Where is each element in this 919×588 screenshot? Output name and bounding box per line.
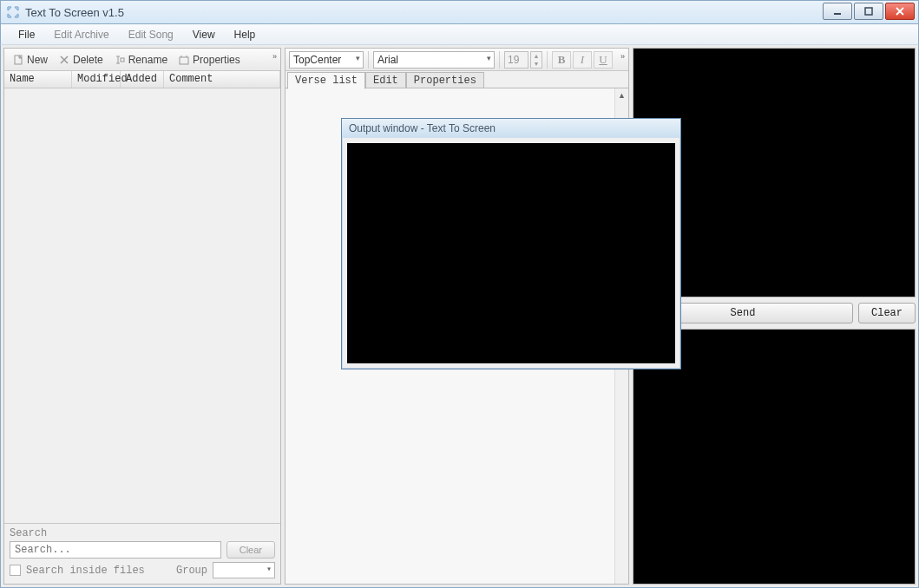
menu-view[interactable]: View [184, 26, 224, 43]
left-panel: New Delete Rename Properties » [3, 48, 281, 585]
spin-down-icon[interactable]: ▼ [531, 60, 542, 68]
delete-button[interactable]: Delete [54, 52, 108, 68]
separator [368, 51, 369, 69]
search-section: Search Clear Search inside files Group [4, 524, 280, 584]
col-name[interactable]: Name [4, 71, 72, 88]
window-controls [823, 3, 915, 20]
properties-button[interactable]: Properties [174, 52, 245, 68]
font-size-value: 19 [508, 54, 519, 66]
search-inside-label: Search inside files [26, 565, 145, 577]
output-window-body [347, 143, 675, 363]
menu-help[interactable]: Help [226, 26, 265, 43]
properties-label: Properties [193, 54, 240, 66]
new-button[interactable]: New [8, 52, 52, 68]
properties-icon [178, 54, 190, 66]
rename-icon [114, 54, 126, 66]
group-dropdown[interactable] [213, 562, 275, 578]
output-window[interactable]: Output window - Text To Screen [341, 118, 681, 369]
menu-bar: File Edit Archive Edit Song View Help [0, 24, 919, 45]
close-button[interactable] [885, 3, 915, 20]
song-list[interactable] [4, 88, 280, 524]
mid-tabs: Verse list Edit Properties [286, 71, 628, 88]
delete-label: Delete [73, 54, 103, 66]
separator [499, 51, 500, 69]
overflow-chevron-icon[interactable]: » [272, 52, 277, 61]
menu-edit-song[interactable]: Edit Song [120, 26, 182, 43]
underline-button[interactable]: U [594, 51, 613, 69]
font-size-stepper[interactable]: ▲ ▼ [530, 51, 542, 69]
tab-edit[interactable]: Edit [365, 72, 406, 89]
list-header: Name Modified Added Comment [4, 71, 280, 88]
spin-up-icon[interactable]: ▲ [531, 52, 542, 60]
group-label: Group [176, 565, 207, 577]
menu-edit-archive[interactable]: Edit Archive [45, 26, 117, 43]
search-clear-button[interactable]: Clear [226, 541, 275, 559]
separator [547, 51, 548, 69]
search-input[interactable] [10, 541, 221, 559]
alignment-dropdown[interactable]: TopCenter [289, 51, 364, 69]
title-bar: Text To Screen v1.5 [0, 0, 919, 24]
alignment-value: TopCenter [293, 54, 341, 66]
bold-button[interactable]: B [552, 51, 571, 69]
clear-button[interactable]: Clear [858, 303, 916, 323]
col-modified[interactable]: Modified [72, 71, 121, 88]
window-title: Text To Screen v1.5 [25, 6, 124, 19]
italic-button[interactable]: I [573, 51, 592, 69]
tab-verse-list[interactable]: Verse list [287, 72, 365, 89]
rename-label: Rename [128, 54, 167, 66]
svg-rect-0 [834, 13, 841, 15]
new-label: New [27, 54, 48, 66]
mid-toolbar: TopCenter Arial 19 ▲ ▼ B I U » [286, 49, 628, 71]
maximize-button[interactable] [854, 3, 883, 20]
font-size-field[interactable]: 19 [504, 51, 528, 69]
rename-button[interactable]: Rename [109, 52, 172, 68]
menu-file[interactable]: File [10, 26, 43, 43]
overflow-chevron-icon[interactable]: » [620, 52, 625, 61]
svg-rect-1 [865, 8, 872, 15]
tab-properties[interactable]: Properties [406, 72, 484, 89]
app-icon [6, 5, 20, 19]
font-value: Arial [377, 54, 398, 66]
col-added[interactable]: Added [121, 71, 164, 88]
scroll-up-icon[interactable]: ▲ [615, 88, 628, 102]
delete-icon [58, 54, 70, 66]
left-toolbar: New Delete Rename Properties » [4, 49, 280, 71]
svg-rect-4 [180, 57, 188, 64]
output-window-title[interactable]: Output window - Text To Screen [342, 119, 680, 138]
search-heading: Search [10, 527, 275, 539]
search-inside-checkbox[interactable] [10, 565, 21, 576]
font-dropdown[interactable]: Arial [373, 51, 495, 69]
col-comment[interactable]: Comment [164, 71, 280, 88]
svg-rect-3 [121, 58, 124, 62]
new-icon [12, 54, 24, 66]
minimize-button[interactable] [823, 3, 852, 20]
